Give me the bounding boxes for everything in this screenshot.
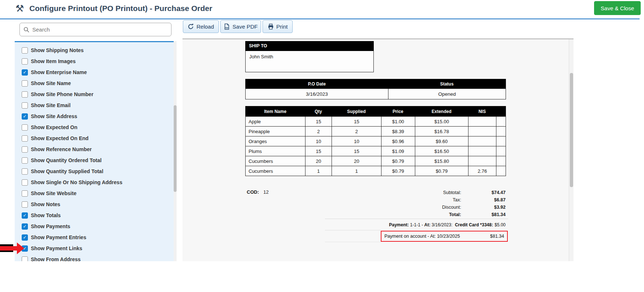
print-button[interactable]: Print <box>263 20 293 33</box>
checkbox-show-single-or-no-shipping-address[interactable] <box>22 179 28 186</box>
sidebar-scrollbar-thumb[interactable] <box>174 105 177 192</box>
payment-row-divider <box>325 230 381 230</box>
sidebar-item-show-payments[interactable]: ✓Show Payments <box>15 221 177 232</box>
sidebar-item-show-enterprise-name[interactable]: ✓Show Enterprise Name <box>15 67 177 78</box>
items-cell: 1 <box>305 166 332 176</box>
items-cell <box>468 156 496 166</box>
sidebar: Show Shipping NotesShow Item Images✓Show… <box>15 41 177 261</box>
items-header-supplied: Supplied <box>332 106 381 116</box>
sidebar-item-show-site-email[interactable]: Show Site Email <box>15 100 177 111</box>
items-cell <box>468 117 496 126</box>
checkbox-show-expected-on-end[interactable] <box>22 135 28 142</box>
checkbox-show-payments[interactable]: ✓ <box>22 223 28 230</box>
sidebar-item-show-item-images[interactable]: Show Item Images <box>15 56 177 67</box>
reload-button[interactable]: Reload <box>183 20 219 33</box>
items-cell: $16.50 <box>415 146 468 156</box>
items-header-nis: NIS <box>468 106 496 116</box>
items-cell <box>496 117 506 126</box>
sidebar-item-label: Show Payment Links <box>31 245 82 251</box>
totals-block: Subtotal:$74.47Tax:$6.87Discount:$3.92To… <box>403 189 506 218</box>
sidebar-item-label: Show Single Or No Shipping Address <box>31 179 122 185</box>
po-table-value-row: 3/16/2023 Opened <box>246 89 506 99</box>
sidebar-item-label: Show Site Phone Number <box>31 91 93 97</box>
sidebar-item-label: Show Totals <box>31 212 61 218</box>
reload-icon <box>188 23 194 30</box>
checkbox-show-quantity-ordered-total[interactable] <box>22 157 28 164</box>
totals-row-discount: Discount:$3.92 <box>403 204 506 211</box>
checkbox-show-reference-number[interactable] <box>22 146 28 153</box>
tools-icon: ⚒ <box>15 3 24 14</box>
payment-row-divider-bottom <box>325 242 381 242</box>
sidebar-item-label: Show Quantity Ordered Total <box>31 157 102 163</box>
sidebar-item-show-payment-entries[interactable]: ✓Show Payment Entries <box>15 232 177 243</box>
sidebar-item-show-totals[interactable]: ✓Show Totals <box>15 210 177 221</box>
reload-label: Reload <box>196 23 214 30</box>
sidebar-item-show-quantity-ordered-total[interactable]: Show Quantity Ordered Total <box>15 155 177 166</box>
items-cell: $0.79 <box>381 156 415 166</box>
sidebar-scrollbar[interactable] <box>174 41 177 261</box>
po-date-header: P.O Date <box>246 79 388 89</box>
items-table-header-row: Item NameQtySuppliedPriceExtendedNIS <box>246 106 506 116</box>
checkbox-show-site-address[interactable]: ✓ <box>22 113 28 120</box>
sidebar-item-show-site-website[interactable]: Show Site Website <box>15 188 177 199</box>
items-cell <box>496 156 506 166</box>
sidebar-item-label: Show Site Name <box>31 80 71 86</box>
annotation-arrow-shaft <box>0 246 17 251</box>
search-input[interactable] <box>32 26 167 33</box>
sidebar-item-show-notes[interactable]: Show Notes <box>15 199 177 210</box>
items-cell: 10 <box>305 136 332 146</box>
checkbox-show-payment-entries[interactable]: ✓ <box>22 234 28 241</box>
save-pdf-label: Save PDF <box>232 23 257 30</box>
checkbox-show-site-email[interactable] <box>22 102 28 109</box>
printout-preview: SHIP TO John Smith P.O Date Status 3/16/… <box>182 39 574 261</box>
sidebar-item-show-site-phone-number[interactable]: Show Site Phone Number <box>15 89 177 100</box>
items-cell: $0.79 <box>415 166 468 176</box>
search-box[interactable] <box>19 23 171 36</box>
app-header: ⚒ Configure Printout (PO Printout) - Pur… <box>0 0 644 19</box>
ship-to-name: John Smith <box>245 51 374 72</box>
items-cell: Pineapple <box>246 127 305 136</box>
items-header-price: Price <box>381 106 415 116</box>
preview-scrollbar[interactable] <box>569 39 574 261</box>
checkbox-show-enterprise-name[interactable]: ✓ <box>22 69 28 76</box>
checkbox-show-totals[interactable]: ✓ <box>22 212 28 219</box>
checkbox-show-site-phone-number[interactable] <box>22 91 28 98</box>
checkbox-show-notes[interactable] <box>22 201 28 208</box>
table-row: Cucumbers11$0.79$0.792.76 <box>246 166 506 176</box>
sidebar-item-show-site-address[interactable]: ✓Show Site Address <box>15 111 177 122</box>
sidebar-item-show-payment-links[interactable]: ✓Show Payment Links <box>15 243 177 254</box>
items-cell: $15.80 <box>415 156 468 166</box>
printer-icon <box>268 23 274 30</box>
checkbox-show-site-website[interactable] <box>22 190 28 197</box>
items-cell <box>496 166 506 176</box>
items-cell <box>468 136 496 146</box>
checkbox-show-quantity-supplied-total[interactable] <box>22 168 28 175</box>
items-cell <box>468 127 496 136</box>
search-icon <box>23 27 29 33</box>
checkbox-show-site-name[interactable] <box>22 80 28 87</box>
status-header: Status <box>388 79 506 89</box>
totals-value: $74.47 <box>461 190 506 195</box>
sidebar-item-show-quantity-supplied-total[interactable]: Show Quantity Supplied Total <box>15 166 177 177</box>
checkbox-show-from-address[interactable] <box>22 256 28 262</box>
sidebar-item-show-site-name[interactable]: Show Site Name <box>15 78 177 89</box>
checkbox-show-shipping-notes[interactable] <box>22 47 28 54</box>
items-table: Item NameQtySuppliedPriceExtendedNIS App… <box>245 106 506 176</box>
highlight-box-payment-link: Payment on account - At: 10/23/2025 $81.… <box>381 231 508 242</box>
sidebar-item-show-expected-on[interactable]: Show Expected On <box>15 122 177 133</box>
checkbox-show-expected-on[interactable] <box>22 124 28 131</box>
items-cell: 2 <box>305 127 332 136</box>
sidebar-item-show-reference-number[interactable]: Show Reference Number <box>15 144 177 155</box>
sidebar-item-show-from-address[interactable]: Show From Address <box>15 254 177 261</box>
checkbox-show-item-images[interactable] <box>22 58 28 65</box>
sidebar-item-show-shipping-notes[interactable]: Show Shipping Notes <box>15 45 177 56</box>
items-cell: $9.60 <box>415 136 468 146</box>
items-cell: 15 <box>332 117 381 126</box>
preview-scrollbar-thumb[interactable] <box>570 73 573 187</box>
items-cell: Cucumbers <box>246 156 305 166</box>
sidebar-item-show-single-or-no-shipping-address[interactable]: Show Single Or No Shipping Address <box>15 177 177 188</box>
sidebar-item-show-expected-on-end[interactable]: Show Expected On End <box>15 133 177 144</box>
save-pdf-button[interactable]: PDF Save PDF <box>220 20 261 33</box>
save-close-button[interactable]: Save & Close <box>594 1 641 15</box>
totals-label: Tax: <box>403 197 461 202</box>
